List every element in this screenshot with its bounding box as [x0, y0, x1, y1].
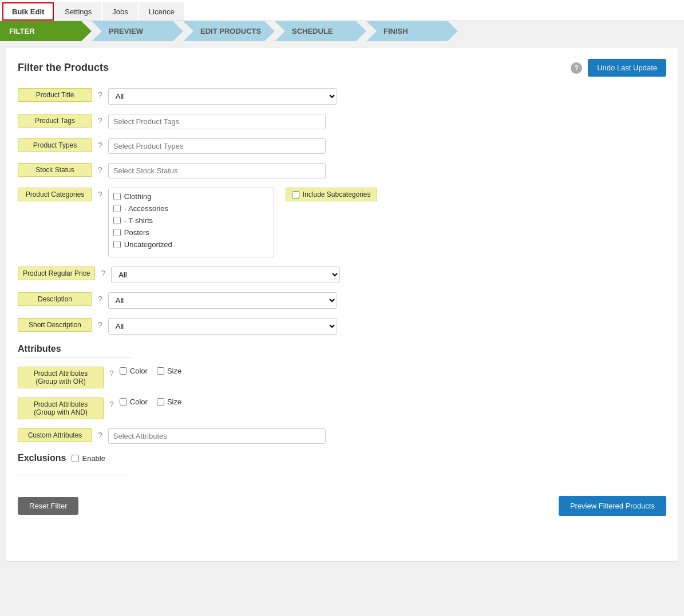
description-input: All Contains Does not contain Equals: [108, 292, 337, 309]
attr-and-color-item: Color: [120, 398, 148, 406]
product-categories-help-icon[interactable]: ?: [98, 190, 102, 199]
bottom-bar: Reset Filter Preview Filtered Products: [18, 487, 666, 516]
attr-or-color-label: Color: [130, 367, 148, 375]
pipeline-filter[interactable]: FILTER: [0, 21, 92, 41]
attributes-section-title: Attributes: [18, 344, 666, 354]
product-regular-price-row: Product Regular Price ? All Greater than…: [18, 267, 666, 283]
product-attributes-or-label: Product Attributes (Group with OR): [18, 367, 104, 388]
short-description-row: Short Description ? All Contains Does no…: [18, 318, 666, 335]
product-tags-input[interactable]: [108, 114, 326, 129]
product-types-row: Product Types ?: [18, 138, 666, 154]
product-regular-price-help-icon[interactable]: ?: [101, 269, 105, 278]
custom-attributes-help-icon[interactable]: ?: [98, 431, 102, 440]
cat-checkbox-uncategorized[interactable]: [113, 241, 121, 248]
cat-label-clothing: Clothing: [124, 192, 152, 201]
tab-jobs[interactable]: Jobs: [102, 2, 137, 21]
include-subcategories-label: Include Subcategories: [303, 190, 371, 198]
attr-or-size-item: Size: [157, 367, 181, 375]
product-attributes-and-checkboxes: Color Size: [120, 398, 181, 406]
product-attributes-or-help-icon[interactable]: ?: [109, 369, 114, 378]
description-label: Description: [18, 292, 92, 306]
attr-or-size-label: Size: [167, 367, 181, 375]
product-title-row: Product Title ? All Contains Does not co…: [18, 88, 666, 105]
product-tags-row: Product Tags ?: [18, 114, 666, 129]
cat-label-tshirts: - T-shirts: [124, 216, 153, 225]
product-title-input: All Contains Does not contain Equals: [108, 88, 337, 105]
description-select[interactable]: All Contains Does not contain Equals: [108, 292, 337, 309]
categories-list-container: Clothing - Accessories - T-shirts Poster…: [108, 188, 274, 257]
attr-and-color-checkbox[interactable]: [120, 398, 127, 406]
product-types-help-icon[interactable]: ?: [98, 141, 102, 150]
product-types-label: Product Types: [18, 138, 92, 152]
filter-title: Filter the Products: [18, 62, 109, 74]
product-tags-help-icon[interactable]: ?: [98, 116, 102, 125]
attr-and-size-checkbox[interactable]: [157, 398, 164, 406]
product-regular-price-input: All Greater than Less than Equals Betwee…: [111, 267, 340, 283]
product-categories-label: Product Categories: [18, 188, 92, 201]
short-description-help-icon[interactable]: ?: [98, 320, 102, 329]
pipeline-finish[interactable]: FINISH: [366, 21, 458, 41]
product-attributes-and-row: Product Attributes (Group with AND) ? Co…: [18, 398, 666, 419]
exclusions-enable-checkbox[interactable]: [72, 455, 79, 462]
pipeline-edit-products[interactable]: EDIT PRODUCTS: [183, 21, 275, 41]
custom-attributes-input[interactable]: [108, 428, 326, 444]
exclusions-enable-label: Enable: [82, 454, 105, 463]
exclusions-label: Exclusions: [18, 453, 66, 463]
cat-item-accessories: - Accessories: [113, 202, 269, 214]
exclusions-divider: [18, 475, 132, 475]
cat-item-clothing: Clothing: [113, 190, 269, 202]
product-attributes-and-help-icon[interactable]: ?: [109, 400, 114, 409]
filter-header: Filter the Products ? Undo Last Update: [18, 59, 666, 77]
stock-status-help-icon[interactable]: ?: [98, 165, 102, 174]
product-types-input[interactable]: [108, 138, 326, 154]
attr-or-size-checkbox[interactable]: [157, 367, 164, 375]
description-row: Description ? All Contains Does not cont…: [18, 292, 666, 309]
undo-last-update-button[interactable]: Undo Last Update: [588, 59, 666, 77]
cat-checkbox-tshirts[interactable]: [113, 217, 121, 224]
attributes-divider: [18, 357, 132, 357]
description-help-icon[interactable]: ?: [98, 295, 102, 304]
product-tags-label: Product Tags: [18, 114, 92, 128]
cat-checkbox-accessories[interactable]: [113, 205, 121, 212]
product-title-select[interactable]: All Contains Does not contain Equals: [108, 88, 337, 105]
attr-and-color-label: Color: [130, 398, 148, 406]
cat-label-posters: Posters: [124, 228, 149, 237]
cat-item-tshirts: - T-shirts: [113, 214, 269, 226]
product-title-label: Product Title: [18, 88, 92, 102]
preview-filtered-products-button[interactable]: Preview Filtered Products: [559, 496, 666, 516]
product-regular-price-select[interactable]: All Greater than Less than Equals Betwee…: [111, 267, 340, 283]
pipeline-schedule[interactable]: SCHEDULE: [275, 21, 366, 41]
cat-label-accessories: - Accessories: [124, 204, 168, 213]
attr-or-color-checkbox[interactable]: [120, 367, 127, 375]
attr-or-color-item: Color: [120, 367, 148, 375]
reset-filter-button[interactable]: Reset Filter: [18, 497, 78, 515]
tab-settings[interactable]: Settings: [55, 2, 101, 21]
custom-attributes-row: Custom Attributes ?: [18, 428, 666, 444]
tab-licence[interactable]: Licence: [139, 2, 184, 21]
exclusions-row: Exclusions Enable: [18, 453, 666, 463]
cat-checkbox-posters[interactable]: [113, 229, 121, 236]
stock-status-input[interactable]: [108, 163, 326, 178]
filter-help-icon[interactable]: ?: [571, 62, 582, 74]
exclusions-enable-item: Enable: [72, 454, 105, 463]
cat-checkbox-clothing[interactable]: [113, 193, 121, 200]
product-attributes-and-label: Product Attributes (Group with AND): [18, 398, 104, 419]
cat-item-uncategorized: Uncategorized: [113, 239, 269, 251]
short-description-input: All Contains Does not contain Equals: [108, 318, 337, 335]
categories-scroll[interactable]: Clothing - Accessories - T-shirts Poster…: [109, 188, 274, 257]
top-tabs: Bulk Edit Settings Jobs Licence: [0, 0, 684, 21]
product-attributes-or-checkboxes: Color Size: [120, 367, 181, 375]
product-title-help-icon[interactable]: ?: [98, 90, 102, 100]
attr-and-size-item: Size: [157, 398, 181, 406]
product-categories-row: Product Categories ? Clothing - Accessor…: [18, 188, 666, 257]
short-description-select[interactable]: All Contains Does not contain Equals: [108, 318, 337, 335]
include-subcategories-checkbox[interactable]: [292, 191, 299, 198]
stock-status-row: Stock Status ?: [18, 163, 666, 178]
cat-label-uncategorized: Uncategorized: [124, 240, 172, 249]
pipeline-preview[interactable]: PREVIEW: [92, 21, 183, 41]
stock-status-label: Stock Status: [18, 163, 92, 177]
product-regular-price-label: Product Regular Price: [18, 267, 95, 280]
tab-bulk-edit[interactable]: Bulk Edit: [2, 2, 54, 21]
custom-attributes-label: Custom Attributes: [18, 428, 92, 442]
include-subcategories-container: Include Subcategories: [286, 188, 377, 201]
